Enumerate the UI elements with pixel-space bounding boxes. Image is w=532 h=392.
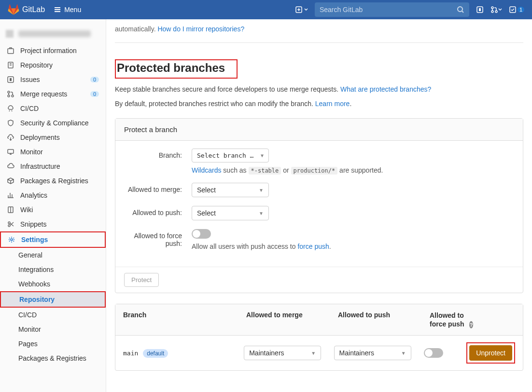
branch-select[interactable]: Select branch … ▼ [192, 149, 269, 162]
sidebar-item-settings[interactable]: Settings [0, 231, 106, 248]
chevron-down-icon: ▼ [261, 153, 264, 158]
issues-count: 0 [90, 77, 99, 82]
chevron-down-icon: ▼ [401, 351, 406, 356]
settings-sub-integrations[interactable]: Integrations [0, 262, 106, 277]
protected-branches-table: Branch Allowed to merge Allowed to push … [115, 304, 523, 371]
sidebar-item-project-information[interactable]: Project information [0, 43, 106, 58]
deploy-icon [7, 134, 14, 141]
default-badge: default [143, 349, 168, 358]
sidebar-item-packages[interactable]: Packages & Registries [0, 174, 106, 188]
protect-branch-card: Protect a branch Branch: Select branch …… [115, 118, 523, 293]
mirror-link[interactable]: How do I mirror repositories? [157, 25, 244, 33]
sidebar-item-monitor[interactable]: Monitor [0, 145, 106, 159]
search-box[interactable] [315, 2, 469, 17]
svg-point-19 [11, 239, 13, 241]
project-icon [7, 47, 14, 54]
issues-shortcut[interactable] [476, 6, 484, 14]
svg-rect-3 [479, 8, 481, 11]
row-merge-select[interactable]: Maintainers ▼ [244, 346, 321, 360]
push-select[interactable]: Select ▼ [192, 206, 269, 220]
cloud-icon [7, 162, 14, 170]
svg-point-13 [8, 95, 10, 97]
svg-point-18 [8, 225, 10, 227]
force-push-link[interactable]: force push [297, 243, 329, 250]
svg-point-4 [491, 7, 493, 9]
page-title: Protected branches [115, 59, 238, 79]
settings-sub-monitor[interactable]: Monitor [0, 322, 106, 337]
unprotect-button[interactable]: Unprotect [469, 345, 512, 361]
learn-more-link[interactable]: Learn more [315, 100, 350, 108]
search-icon [457, 6, 464, 14]
merge-requests-shortcut[interactable] [490, 6, 502, 14]
merge-select[interactable]: Select ▼ [192, 183, 269, 197]
force-push-toggle[interactable]: ✕ [192, 229, 211, 239]
svg-point-17 [8, 222, 10, 224]
settings-sub-cicd[interactable]: CI/CD [0, 308, 106, 322]
help-icon[interactable]: ? [469, 321, 473, 328]
chevron-down-icon: ▼ [259, 211, 264, 216]
sidebar-item-cicd[interactable]: CI/CD [0, 101, 106, 116]
hamburger-icon [54, 6, 61, 14]
package-icon [7, 177, 14, 185]
svg-point-6 [495, 11, 497, 13]
table-row: main default Maintainers ▼ Maintainers ▼ [115, 336, 523, 370]
todo-icon [509, 6, 517, 14]
svg-point-14 [12, 95, 14, 97]
mr-count: 0 [90, 91, 99, 97]
divider [115, 42, 523, 43]
project-name-blurred [0, 24, 106, 43]
th-push: Allowed to push [338, 311, 430, 328]
row-push-select[interactable]: Maintainers ▼ [334, 346, 411, 360]
what-are-link[interactable]: What are protected branches? [340, 85, 431, 93]
settings-sub-general[interactable]: General [0, 248, 106, 262]
gitlab-logo[interactable]: GitLab [8, 4, 45, 15]
svg-rect-15 [8, 149, 14, 153]
branch-name: main [123, 350, 138, 357]
settings-sub-webhooks[interactable]: Webhooks [0, 277, 106, 291]
scissors-icon [7, 220, 14, 228]
sidebar-item-analytics[interactable]: Analytics [0, 188, 106, 203]
sidebar-item-repository[interactable]: Repository [0, 58, 106, 72]
tanuki-icon [8, 4, 19, 15]
settings-sub-pages[interactable]: Pages [0, 337, 106, 351]
todos-shortcut[interactable]: 1 [509, 6, 524, 14]
new-dropdown[interactable] [295, 6, 308, 13]
svg-point-12 [8, 91, 10, 93]
sidebar-item-merge-requests[interactable]: Merge requests 0 [0, 87, 106, 101]
wildcards-link[interactable]: Wildcards [192, 166, 221, 174]
sidebar-item-wiki[interactable]: Wiki [0, 203, 106, 217]
sidebar-item-deployments[interactable]: Deployments [0, 130, 106, 145]
sidebar-item-issues[interactable]: Issues 0 [0, 72, 106, 87]
row-force-toggle[interactable]: ✕ [424, 348, 443, 358]
chevron-down-icon [304, 8, 308, 12]
th-merge: Allowed to merge [246, 311, 338, 328]
settings-sub-repository[interactable]: Repository [0, 291, 106, 308]
shield-icon [7, 119, 14, 127]
brand-label: GitLab [22, 5, 45, 14]
chevron-down-icon: ▼ [259, 188, 264, 193]
settings-sub-packages[interactable]: Packages & Registries [0, 351, 106, 365]
description-2: By default, protected branches restrict … [115, 100, 523, 108]
chevron-down-icon: ▼ [311, 351, 316, 356]
svg-point-1 [458, 7, 462, 12]
wildcards-hint: Wildcards such as *-stable or production… [192, 166, 514, 174]
close-icon: ✕ [426, 350, 430, 355]
prev-section-trail: automatically. How do I mirror repositor… [115, 25, 523, 33]
force-push-hint: Allow all users with push access to forc… [192, 243, 514, 250]
sidebar-item-snippets[interactable]: Snippets [0, 217, 106, 231]
chart-icon [7, 191, 14, 199]
search-input[interactable] [320, 6, 457, 14]
issues-icon [476, 6, 484, 14]
chevron-down-icon [498, 8, 502, 12]
rocket-icon [7, 105, 14, 112]
merge-request-icon [490, 6, 498, 14]
todo-count: 1 [518, 7, 524, 13]
book-icon [7, 206, 14, 214]
th-force: Allowed to force push ? [430, 311, 473, 328]
menu-button[interactable]: Menu [54, 6, 81, 14]
card-header: Protect a branch [115, 119, 523, 141]
sidebar-item-infrastructure[interactable]: Infrastructure [0, 159, 106, 174]
protect-button[interactable]: Protect [124, 273, 159, 287]
sidebar-item-security[interactable]: Security & Compliance [0, 116, 106, 130]
gear-icon [8, 236, 15, 243]
